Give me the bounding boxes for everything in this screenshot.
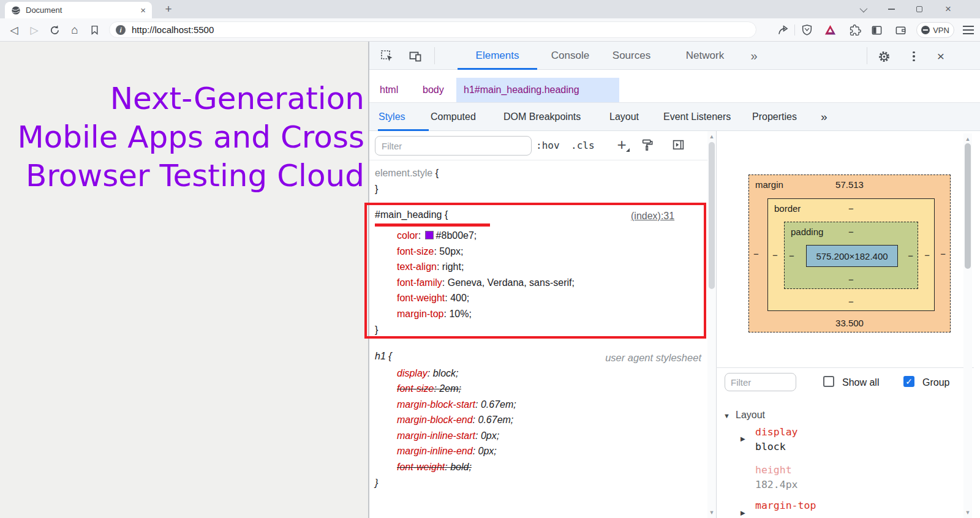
inspect-element-button[interactable]: [380, 49, 394, 64]
css-property-line[interactable]: display: block;: [397, 368, 459, 382]
devtools-close-button[interactable]: ×: [933, 49, 948, 64]
tab-event-listeners[interactable]: Event Listeners: [663, 103, 731, 131]
css-rule-source-link[interactable]: (index):31: [631, 211, 674, 222]
computed-sidebar-toggle-button[interactable]: [671, 137, 685, 152]
site-info-icon[interactable]: i: [116, 25, 126, 35]
window-maximize-button[interactable]: [907, 0, 932, 18]
tab-dom-breakpoints[interactable]: DOM Breakpoints: [503, 103, 581, 131]
color-swatch[interactable]: [425, 231, 434, 239]
css-property-line[interactable]: font-weight: 400;: [397, 293, 469, 307]
devtools-tab-network[interactable]: Network: [674, 42, 736, 70]
more-tabs-button[interactable]: »: [744, 42, 764, 70]
layout-section-title[interactable]: Layout: [736, 410, 765, 421]
box-model-padding[interactable]: padding − − − − 575.200×182.400: [784, 222, 918, 289]
css-rule-selector[interactable]: #main_heading {: [375, 209, 448, 223]
css-property-line[interactable]: margin-inline-end: 0px;: [397, 446, 497, 460]
extensions-button[interactable]: [846, 18, 864, 42]
devtools-tab-console[interactable]: Console: [540, 42, 601, 70]
browser-menu-button[interactable]: [963, 26, 974, 34]
more-styles-tabs-button[interactable]: »: [821, 103, 827, 131]
devtools-tab-sources[interactable]: Sources: [601, 42, 662, 70]
tab-computed[interactable]: Computed: [431, 103, 476, 131]
brave-rewards-button[interactable]: [821, 18, 839, 42]
tab-styles[interactable]: Styles: [379, 103, 405, 131]
scroll-up-icon[interactable]: ▲: [707, 132, 716, 141]
css-property-line[interactable]: text-align: right;: [397, 261, 464, 276]
css-property-line[interactable]: color: #8b00e7;: [397, 230, 477, 244]
computed-filter-input[interactable]: [725, 373, 796, 391]
border-left-value[interactable]: −: [772, 250, 778, 260]
sidebar-toggle-button[interactable]: [867, 18, 886, 42]
tab-search-chevron-icon[interactable]: [850, 0, 875, 18]
css-property-line[interactable]: font-family: Geneva, Verdana, sans-serif…: [397, 277, 575, 291]
css-property-line[interactable]: font-size: 50px;: [397, 246, 464, 260]
tab-layout[interactable]: Layout: [609, 103, 639, 131]
scroll-up-icon[interactable]: ▲: [963, 135, 972, 143]
scroll-down-icon[interactable]: ▼: [707, 508, 716, 517]
margin-left-value[interactable]: −: [753, 249, 759, 259]
dom-tree-area[interactable]: [369, 70, 980, 78]
rendering-emulation-button[interactable]: [639, 137, 654, 152]
css-rule-selector[interactable]: h1 {: [375, 351, 392, 365]
pane-split-divider[interactable]: [716, 131, 717, 518]
share-button[interactable]: [774, 18, 792, 42]
padding-left-value[interactable]: −: [789, 250, 794, 261]
vpn-button[interactable]: VPN: [916, 22, 954, 38]
layout-collapse-icon[interactable]: ▼: [723, 412, 730, 419]
group-checkbox[interactable]: ✓: [903, 376, 914, 387]
computed-prop-name[interactable]: display: [755, 426, 798, 438]
margin-top-value[interactable]: 57.513: [749, 179, 950, 190]
wallet-button[interactable]: [891, 18, 910, 42]
padding-top-value[interactable]: −: [785, 227, 918, 237]
devtools-settings-button[interactable]: [876, 49, 891, 64]
computed-prop-name[interactable]: margin-top: [755, 500, 816, 511]
css-rule-selector[interactable]: element.style {: [375, 168, 439, 182]
sidebar-scrollbar[interactable]: ▲ ▼: [963, 133, 972, 518]
display-expand-icon[interactable]: ▶: [741, 435, 745, 442]
show-all-label[interactable]: Show all: [842, 377, 879, 388]
scroll-down-icon[interactable]: ▼: [963, 508, 972, 517]
element-class-toggle[interactable]: .cls: [571, 140, 595, 151]
css-property-line[interactable]: margin-block-end: 0.67em;: [397, 415, 513, 429]
home-button[interactable]: ⌂: [66, 18, 84, 42]
browser-tab[interactable]: Document ×: [5, 2, 152, 18]
tab-close-icon[interactable]: ×: [140, 5, 146, 15]
new-style-rule-button[interactable]: +: [613, 135, 630, 154]
window-minimize-button[interactable]: [879, 0, 903, 18]
scrollbar-thumb[interactable]: [965, 143, 971, 269]
address-bar[interactable]: i http://localhost:5500: [109, 21, 756, 38]
border-top-value[interactable]: −: [768, 203, 934, 214]
new-tab-button[interactable]: +: [160, 1, 176, 17]
window-close-button[interactable]: ×: [936, 0, 960, 18]
padding-bottom-value[interactable]: −: [785, 274, 918, 285]
css-property-line[interactable]: margin-top: 10%;: [397, 309, 472, 323]
scrollbar-thumb[interactable]: [709, 142, 715, 289]
css-property-line[interactable]: margin-inline-start: 0px;: [397, 430, 499, 445]
border-right-value[interactable]: −: [924, 250, 930, 260]
show-all-checkbox[interactable]: [823, 376, 834, 387]
device-toolbar-button[interactable]: [408, 49, 423, 64]
padding-right-value[interactable]: −: [908, 250, 913, 261]
box-model-border[interactable]: border − − − − padding − − − − 575.200×1…: [767, 198, 935, 311]
css-property-line-overridden[interactable]: font-weight: bold;: [397, 462, 472, 476]
css-property-line-overridden[interactable]: font-size: 2em;: [397, 383, 461, 397]
bookmark-button[interactable]: [85, 18, 104, 42]
brave-shields-button[interactable]: [797, 18, 816, 42]
breadcrumb-selected-node[interactable]: h1#main_heading.heading: [456, 78, 619, 102]
css-property-line[interactable]: margin-block-start: 0.67em;: [397, 399, 516, 413]
back-button[interactable]: ◁: [5, 18, 23, 42]
url-text[interactable]: http://localhost:5500: [132, 24, 214, 35]
computed-prop-name[interactable]: height: [755, 464, 792, 476]
box-model-margin[interactable]: margin 57.513 33.500 − − border − − − − …: [748, 175, 951, 332]
devtools-menu-button[interactable]: [907, 49, 921, 64]
margin-top-expand-icon[interactable]: ▶: [741, 509, 745, 516]
tab-properties[interactable]: Properties: [752, 103, 797, 131]
pseudo-state-toggle[interactable]: :hov: [536, 140, 560, 151]
devtools-tab-elements[interactable]: Elements: [458, 42, 537, 70]
margin-bottom-value[interactable]: 33.500: [749, 318, 950, 328]
breadcrumb-body[interactable]: body: [423, 78, 444, 102]
margin-right-value[interactable]: −: [940, 249, 946, 259]
reload-button[interactable]: [45, 18, 64, 42]
breadcrumb-html[interactable]: html: [380, 78, 398, 102]
border-bottom-value[interactable]: −: [768, 296, 934, 307]
